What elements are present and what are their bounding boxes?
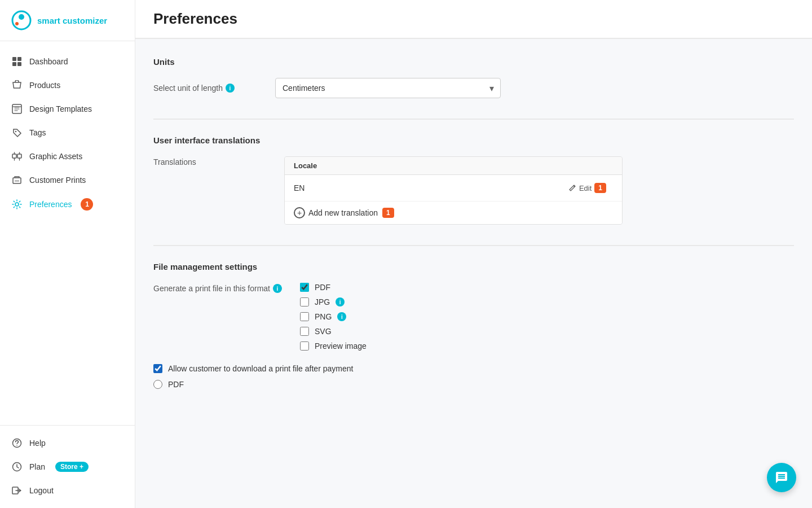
units-info-icon[interactable]: i (226, 84, 235, 93)
svg-point-2 (15, 22, 19, 25)
download-format-pdf-label: PDF (168, 380, 184, 389)
sidebar-item-tags[interactable]: Tags (0, 121, 135, 144)
graphic-assets-icon (11, 151, 23, 162)
translation-row: EN Edit 1 (285, 175, 622, 202)
dashboard-icon (11, 56, 23, 67)
svg-rect-13 (15, 180, 19, 182)
translation-column-header: Locale (285, 157, 622, 175)
translation-locale-en: EN (294, 183, 562, 192)
design-templates-label: Design Templates (29, 104, 92, 113)
format-preview-item[interactable]: Preview image (300, 341, 367, 351)
svg-rect-10 (12, 154, 16, 158)
sidebar: smart customizer Dashboard Products Desi… (0, 0, 135, 508)
divider-1 (153, 119, 794, 120)
translations-section: User interface translations Translations… (153, 135, 794, 225)
format-png-checkbox[interactable] (300, 312, 309, 321)
file-management-section: File management settings Generate a prin… (153, 262, 794, 389)
plan-badge[interactable]: Store + (55, 462, 89, 472)
edit-icon (568, 184, 576, 192)
products-icon (11, 80, 23, 91)
sidebar-item-plan[interactable]: Plan Store + (0, 455, 135, 479)
format-jpg-info-icon[interactable]: i (336, 297, 345, 306)
sidebar-item-dashboard[interactable]: Dashboard (0, 50, 135, 73)
svg-point-16 (16, 445, 17, 446)
format-pdf-checkbox[interactable] (300, 283, 309, 292)
add-translation-button[interactable]: + Add new translation (294, 207, 378, 218)
svg-rect-3 (12, 57, 16, 61)
format-pdf-item[interactable]: PDF (300, 283, 367, 292)
download-format-pdf-radio[interactable] (153, 380, 162, 389)
translations-table-wrapper: Locale EN Edit 1 + Ad (284, 156, 623, 225)
logo-area: smart customizer (0, 0, 135, 41)
units-section-title: Units (153, 57, 794, 67)
main-body: Units Select unit of length i Centimeter… (135, 39, 812, 427)
sidebar-item-design-templates[interactable]: Design Templates (0, 97, 135, 121)
sidebar-item-logout[interactable]: Logout (0, 479, 135, 502)
divider-2 (153, 245, 794, 246)
preferences-badge: 1 (81, 198, 93, 211)
chat-icon (775, 471, 788, 484)
edit-translation-button[interactable]: Edit 1 (562, 181, 613, 195)
design-templates-icon (11, 103, 23, 115)
allow-download-label: Allow customer to download a print file … (168, 364, 353, 373)
add-translation-row: + Add new translation 1 (285, 202, 622, 224)
format-jpg-checkbox[interactable] (300, 297, 309, 306)
add-translation-label: Add new translation (308, 208, 378, 217)
app-logo-icon (11, 10, 32, 30)
plan-icon (11, 461, 23, 472)
units-select[interactable]: Centimeters Inches Millimeters Pixels (275, 78, 501, 98)
format-pdf-label: PDF (315, 283, 330, 292)
customer-prints-icon (11, 174, 23, 186)
svg-rect-6 (17, 62, 21, 66)
edit-badge: 1 (594, 183, 606, 193)
logout-icon (11, 485, 23, 496)
page-header: Preferences (135, 0, 812, 39)
sidebar-item-help[interactable]: Help (0, 431, 135, 455)
file-format-row: Generate a print file in this format i P… (153, 283, 794, 351)
svg-point-1 (19, 14, 24, 20)
tags-label: Tags (29, 128, 46, 137)
svg-rect-5 (12, 62, 16, 66)
units-section: Units Select unit of length i Centimeter… (153, 57, 794, 98)
translations-label: Translations (153, 156, 266, 167)
file-format-label: Generate a print file in this format i (153, 283, 282, 293)
allow-download-checkbox[interactable] (153, 364, 162, 373)
main-content: Preferences Units Select unit of length … (135, 0, 812, 508)
file-format-info-icon[interactable]: i (273, 284, 282, 293)
chat-button[interactable] (767, 463, 796, 492)
format-svg-checkbox[interactable] (300, 327, 309, 336)
dashboard-label: Dashboard (29, 57, 68, 66)
sidebar-item-products[interactable]: Products (0, 73, 135, 97)
sidebar-item-graphic-assets[interactable]: Graphic Assets (0, 144, 135, 168)
format-jpg-item[interactable]: JPG i (300, 297, 367, 306)
plan-label: Plan (29, 462, 45, 471)
svg-rect-11 (17, 154, 21, 158)
preferences-icon (11, 199, 23, 210)
help-icon (11, 437, 23, 449)
translations-form-row: Translations Locale EN Edit 1 (153, 156, 794, 225)
logout-label: Logout (29, 486, 54, 495)
edit-label: Edit (579, 184, 592, 192)
download-format-pdf-item[interactable]: PDF (153, 380, 794, 389)
svg-rect-4 (17, 57, 21, 61)
format-png-info-icon[interactable]: i (337, 312, 346, 321)
app-name: smart customizer (37, 16, 107, 25)
units-select-wrapper: Centimeters Inches Millimeters Pixels (275, 78, 501, 98)
download-format-row: PDF (153, 380, 794, 389)
file-format-checkboxes: PDF JPG i PNG i (300, 283, 367, 351)
sidebar-item-preferences[interactable]: Preferences 1 (0, 192, 135, 217)
translations-section-title: User interface translations (153, 135, 794, 145)
preferences-label: Preferences (29, 200, 72, 209)
sidebar-nav: Dashboard Products Design Templates Tags (0, 41, 135, 425)
format-preview-checkbox[interactable] (300, 341, 309, 351)
format-png-label: PNG (315, 312, 332, 321)
file-management-title: File management settings (153, 262, 794, 271)
format-svg-item[interactable]: SVG (300, 327, 367, 336)
format-png-item[interactable]: PNG i (300, 312, 367, 321)
allow-download-item[interactable]: Allow customer to download a print file … (153, 364, 794, 373)
translation-table: Locale EN Edit 1 + Ad (284, 156, 623, 225)
sidebar-item-customer-prints[interactable]: Customer Prints (0, 168, 135, 192)
customer-prints-label: Customer Prints (29, 176, 86, 185)
page-title: Preferences (153, 10, 794, 28)
units-form-row: Select unit of length i Centimeters Inch… (153, 78, 794, 98)
